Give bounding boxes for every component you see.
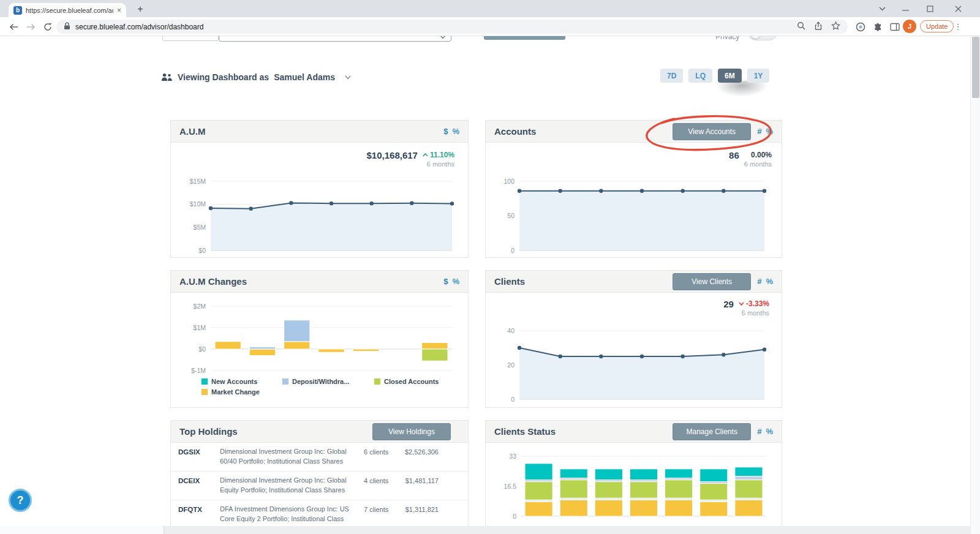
card-title: A.U.M Changes [179,276,247,287]
close-window-button[interactable] [946,0,970,17]
cut-search-input[interactable] [219,36,451,42]
aum-value: $10,168,617 [367,150,418,160]
clients-chart: 40200 [486,326,783,408]
clients-metric-links: # % [757,277,773,286]
legend-label: Closed Accounts [384,378,439,385]
holding-clients-count: 6 clients [364,447,398,467]
range-button-lq[interactable]: LQ [688,69,712,83]
aum-metric-links: $ % [443,127,459,136]
clients-change: -3.33% [746,299,769,308]
svg-text:40: 40 [507,327,514,334]
legend-item-new-accounts: New Accounts [202,376,282,386]
range-button-1y[interactable]: 1Y [747,69,770,83]
view-clients-button[interactable]: View Clients [673,273,751,290]
viewing-prefix: Viewing Dashboard as [178,72,269,82]
card-title: A.U.M [179,126,206,137]
aum-changes-metric-links: $ % [443,277,459,286]
percent-link[interactable]: % [452,277,459,286]
browser-tab-bar: b https://secure.blueleaf.com/advi × + [0,0,980,17]
clients-card: Clients View Clients # % 29 -3.33% 6 mon… [485,270,782,408]
card-title: Clients Status [494,426,556,437]
deposit-withdrawal-swatch [282,378,288,385]
range-button-6m[interactable]: 6M [718,69,742,83]
pinned-extension-icon[interactable] [854,20,867,34]
legend-label: Market Change [211,388,260,396]
menu-kebab-icon[interactable]: ⋮ [953,20,963,33]
viewing-dashboard-selector[interactable]: Viewing Dashboard as Samuel Adams [161,71,351,83]
holding-amount: $1,311,821 [398,505,439,524]
percent-link[interactable]: % [452,127,459,136]
clients-value: 29 [723,299,734,309]
zoom-icon[interactable] [797,21,805,32]
browser-toolbar: secure.blueleaf.com/advisor/dashboard J [0,17,980,36]
share-icon[interactable] [814,21,823,32]
new-accounts-swatch [202,378,208,385]
tab-close-icon[interactable]: × [117,6,121,15]
aum-metric: $10,168,617 11.10% 6 months [367,150,454,168]
maximize-button[interactable] [918,0,942,17]
percent-link[interactable]: % [766,427,773,436]
aum-changes-chart: $2M$1M$0$-1M [171,301,469,378]
count-link[interactable]: # [757,127,761,136]
manage-clients-button[interactable]: Manage Clients [673,423,751,440]
bookmark-star-icon[interactable] [831,21,840,32]
clients-period: 6 months [742,309,769,317]
dollar-link[interactable]: $ [443,127,448,136]
back-button[interactable] [6,20,21,34]
holding-ticker: DFQTX [178,505,220,524]
holdings-table: DGSIX Dimensional Investment Group Inc: … [171,443,468,529]
browser-tab[interactable]: b https://secure.blueleaf.com/advi × [9,3,126,17]
svg-text:$2M: $2M [194,303,206,310]
accounts-change: 0.00% [751,151,772,159]
clients-card-header: Clients View Clients # % [486,271,782,293]
svg-text:100: 100 [503,178,514,185]
holding-ticker: DGSIX [178,447,220,467]
view-holdings-button[interactable]: View Holdings [372,423,451,440]
holding-clients-count: 7 clients [364,505,398,524]
vertical-scrollbar[interactable] [970,36,980,534]
profile-avatar[interactable]: J [903,20,916,33]
card-title: Clients [494,276,525,287]
horizontal-scrollbar-thumb[interactable] [0,526,164,534]
reload-button[interactable] [40,20,55,34]
minimize-button[interactable] [893,0,918,17]
closed-accounts-swatch [374,378,380,385]
forward-button[interactable] [23,20,38,34]
horizontal-scrollbar[interactable] [0,526,970,534]
clients-metric: 29 -3.33% 6 months [723,299,769,317]
viewing-name: Samuel Adams [274,72,335,82]
clients-status-card-header: Clients Status Manage Clients # % [486,421,782,443]
extensions-puzzle-icon[interactable] [871,20,884,34]
count-link[interactable]: # [757,277,761,286]
tab-search-chevron-icon[interactable] [870,0,894,17]
update-button[interactable]: Update [920,20,954,32]
view-accounts-button[interactable]: View Accounts [673,123,751,140]
vertical-scrollbar-thumb[interactable] [972,37,979,98]
new-tab-button[interactable]: + [134,2,147,16]
count-link[interactable]: # [757,427,761,436]
clients-status-chart: 3316.50 [486,451,783,526]
svg-text:0: 0 [511,396,514,403]
percent-link[interactable]: % [766,277,773,286]
cut-dropdown[interactable] [162,36,219,41]
top-holdings-card-header: Top Holdings View Holdings [171,421,468,443]
range-button-7d[interactable]: 7D [660,69,683,83]
legend-item-market-change: Market Change [202,386,282,397]
dollar-link[interactable]: $ [443,277,448,286]
side-panel-icon[interactable] [888,20,902,34]
percent-link[interactable]: % [766,127,773,136]
holding-ticker: DCEIX [178,476,220,495]
legend-item-deposit-withdrawal: Deposit/Withdra... [282,376,374,386]
cut-action-button[interactable] [484,36,565,40]
svg-text:33: 33 [509,453,516,460]
privacy-toggle[interactable] [748,36,777,40]
address-bar[interactable]: secure.blueleaf.com/advisor/dashboard [56,20,848,34]
help-button[interactable]: ? [9,489,32,512]
market-change-swatch [202,389,208,395]
dashboard-page: Privacy Viewing Dashboard as Samuel Adam… [0,36,970,534]
chevron-down-icon [440,36,446,39]
svg-text:$0: $0 [198,345,206,353]
aum-chart: $15M$10M$5M$0 [171,176,469,258]
holding-amount: $2,526,306 [398,447,439,467]
question-icon: ? [17,494,24,507]
